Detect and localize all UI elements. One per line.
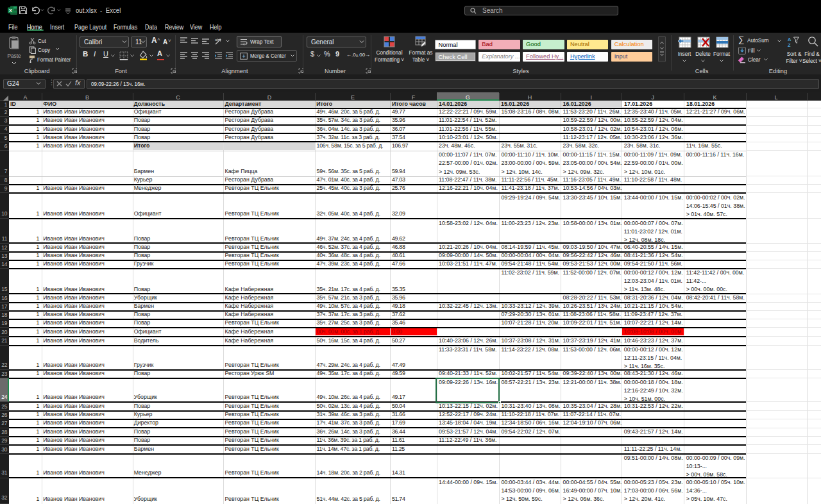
svg-text:ab: ab [215,38,219,42]
svg-text:X: X [9,8,13,13]
svg-text:Z: Z [788,42,791,48]
